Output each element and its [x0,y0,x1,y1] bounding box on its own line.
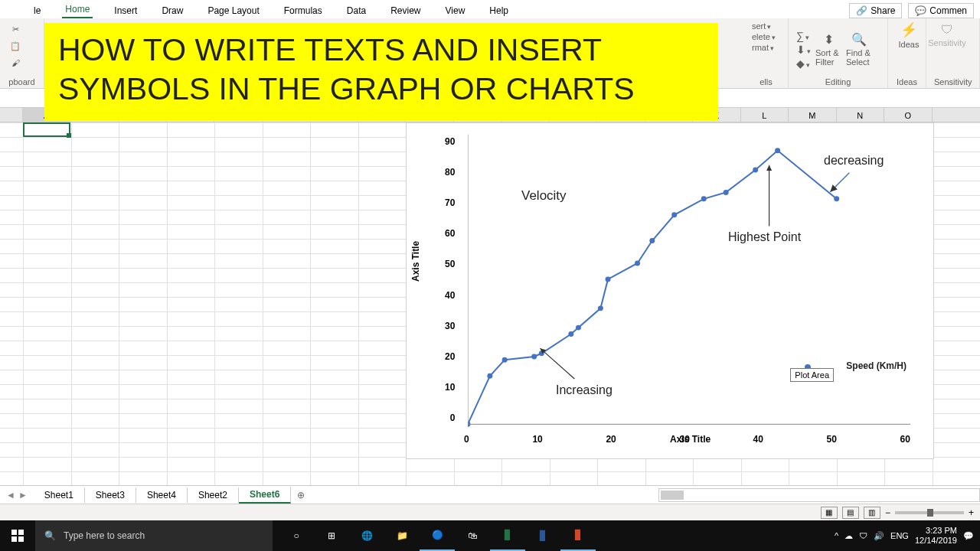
format-cells[interactable]: rmat [752,43,774,52]
word-icon[interactable]: ▊ [525,520,560,551]
svg-point-5 [568,331,573,337]
svg-rect-17 [11,530,17,535]
svg-point-13 [724,190,729,195]
chrome-icon[interactable]: 🔵 [420,520,455,551]
x-axis-title[interactable]: Axis Title [670,434,710,445]
delete-cells[interactable]: elete [752,32,776,41]
tab-insert[interactable]: Insert [111,3,140,18]
selected-cell[interactable] [23,122,70,137]
svg-point-10 [649,238,655,243]
tray-clock[interactable]: 3:23 PM 12/14/2019 [915,526,957,546]
tab-view[interactable]: View [443,3,469,18]
task-view-icon[interactable]: ⊞ [314,520,349,551]
svg-rect-18 [18,530,24,535]
tab-data[interactable]: Data [344,3,369,18]
clear-icon[interactable]: ◆ [796,57,811,70]
svg-rect-19 [11,536,17,542]
svg-point-12 [701,196,707,201]
annotation-increasing[interactable]: Increasing [556,383,612,397]
sheet-nav-next[interactable]: ► [18,490,28,500]
tray-language[interactable]: ENG [890,531,909,540]
legend-label[interactable]: Speed (Km/H) [846,360,906,371]
zoom-in[interactable]: + [969,507,974,518]
tray-defender-icon[interactable]: 🛡 [859,531,867,540]
sheet-nav-prev[interactable]: ◄ [6,490,15,500]
start-button[interactable] [0,520,35,551]
horizontal-scrollbar[interactable] [658,488,980,502]
svg-point-3 [531,354,537,359]
svg-rect-20 [18,536,24,542]
group-cells: ells [752,77,780,86]
add-sheet-button[interactable]: ⊕ [291,490,311,500]
powerpoint-icon[interactable]: ▊ [560,520,596,551]
group-clipboard: pboard [8,77,36,86]
sheet-tab-6[interactable]: Sheet6 [239,487,291,504]
edge-icon[interactable]: 🌐 [349,520,384,551]
group-editing: Editing [796,77,880,86]
y-axis-title[interactable]: Axis Title [410,241,421,282]
plot-area-tooltip: Plot Area [790,368,834,382]
tray-notifications-icon[interactable]: 💬 [963,531,974,541]
col-M[interactable]: M [789,108,837,122]
col-O[interactable]: O [884,108,933,122]
view-normal[interactable]: ▦ [821,507,838,519]
sheet-tab-3[interactable]: Sheet3 [85,487,136,503]
tab-draw[interactable]: Draw [158,3,186,18]
cortana-icon[interactable]: ○ [279,520,314,551]
search-placeholder: Type here to search [64,530,145,541]
svg-point-15 [775,148,780,153]
tray-volume-icon[interactable]: 🔊 [874,531,884,541]
copy-icon[interactable]: 📋 [8,38,23,54]
plot-area[interactable] [468,131,910,428]
spreadsheet-grid[interactable]: Axis Title 9080706050403020100 010203040… [0,122,980,485]
tab-help[interactable]: Help [486,3,511,18]
tab-formulas[interactable]: Formulas [281,3,325,18]
annotation-highest[interactable]: Highest Point [728,230,801,244]
sheet-tab-1[interactable]: Sheet1 [34,487,85,503]
tab-page-layout[interactable]: Page Layout [204,3,262,18]
taskbar-search[interactable]: 🔍 Type here to search [35,520,273,551]
zoom-slider[interactable] [895,511,964,514]
svg-point-6 [576,325,581,331]
view-page-layout[interactable]: ▤ [842,507,859,519]
overlay-title: HOW TO WRITE TEXTS AND INSERT SYMBOLS IN… [44,23,718,121]
y-axis: 9080706050403020100 [445,131,455,418]
store-icon[interactable]: 🛍 [455,520,490,551]
tab-file[interactable]: le [31,3,44,18]
chart-svg [468,131,910,428]
excel-icon[interactable]: ▊ [490,520,525,551]
share-button[interactable]: 🔗 Share [849,3,902,18]
svg-point-14 [753,167,758,172]
tray-up-icon[interactable]: ^ [835,531,838,540]
chart-title-text[interactable]: Velocity [521,188,567,204]
group-ideas: Ideas [896,77,918,86]
svg-point-11 [671,212,677,217]
chart-object[interactable]: Axis Title 9080706050403020100 010203040… [406,122,934,459]
zoom-out[interactable]: − [885,507,890,518]
tab-review[interactable]: Review [387,3,423,18]
insert-cells[interactable]: sert [752,21,771,31]
col-N[interactable]: N [837,108,885,122]
svg-point-2 [502,357,508,363]
cut-icon[interactable]: ✂ [8,21,23,37]
status-bar: ▦ ▤ ▥ − + [0,504,980,520]
sort-filter-button[interactable]: ⬍ Sort & Filter [815,36,841,64]
ideas-button[interactable]: ⚡ Ideas [896,21,922,49]
format-painter-icon[interactable]: 🖌 [8,55,23,70]
col-L[interactable]: L [741,108,789,122]
sheet-tab-4[interactable]: Sheet4 [136,487,188,503]
svg-point-4 [539,350,544,356]
annotation-decreasing[interactable]: decreasing [824,154,884,168]
sheet-tab-2[interactable]: Sheet2 [188,487,239,503]
fill-icon[interactable]: ⬇ [796,44,811,56]
windows-taskbar: 🔍 Type here to search ○ ⊞ 🌐 📁 🔵 🛍 ▊ ▊ ▊ … [0,520,980,551]
find-select-button[interactable]: 🔍 Find & Select [846,36,872,64]
tab-home[interactable]: Home [62,2,93,18]
tray-onedrive-icon[interactable]: ☁ [844,531,853,541]
view-page-break[interactable]: ▥ [864,507,880,519]
sensitivity-button[interactable]: 🛡 Sensitivity [934,21,960,49]
file-explorer-icon[interactable]: 📁 [384,520,420,551]
search-icon: 🔍 [44,530,56,541]
autosum-icon[interactable]: ∑ [796,30,811,42]
comments-button[interactable]: 💬 Commen [908,3,974,18]
